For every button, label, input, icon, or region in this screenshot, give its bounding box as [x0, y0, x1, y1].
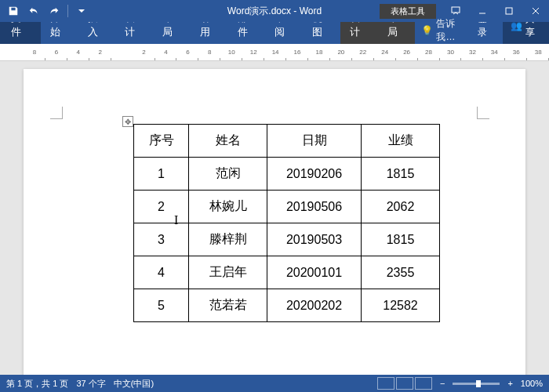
table-row: 序号 姓名 日期 业绩 [134, 125, 440, 158]
maximize-button[interactable] [496, 0, 522, 22]
quick-access-toolbar [0, 2, 95, 20]
status-language[interactable]: 中文(中国) [114, 378, 154, 390]
close-button[interactable] [522, 0, 549, 22]
undo-button[interactable] [25, 2, 42, 20]
svg-rect-0 [452, 7, 460, 13]
svg-rect-2 [506, 8, 512, 14]
table-move-handle[interactable]: ✥ [122, 116, 133, 127]
view-read-mode[interactable] [377, 377, 394, 390]
lightbulb-icon: 💡 [421, 25, 433, 36]
view-buttons [377, 377, 432, 390]
document-table[interactable]: 序号 姓名 日期 业绩 1范闲201902061815 2林婉儿20190506… [133, 124, 440, 322]
view-web-layout[interactable] [415, 377, 432, 390]
margin-corner-tr [477, 107, 489, 119]
status-word-count[interactable]: 37 个字 [76, 378, 105, 390]
share-icon: 👥 [511, 20, 522, 31]
table-header-cell[interactable]: 业绩 [362, 125, 440, 158]
view-print-layout[interactable] [396, 377, 413, 390]
table-row: 1范闲201902061815 [134, 158, 440, 191]
table-header-cell[interactable]: 序号 [134, 125, 189, 158]
document-title: Word演示.docx - Word [227, 5, 322, 18]
zoom-level[interactable]: 100% [521, 379, 543, 388]
redo-button[interactable] [45, 2, 63, 20]
contextual-tab-label: 表格工具 [380, 4, 436, 19]
tell-me-search[interactable]: 💡告诉我… [421, 17, 469, 44]
table-row: 4王启年202001012355 [134, 256, 440, 289]
table-header-cell[interactable]: 日期 [267, 125, 362, 158]
table-header-cell[interactable]: 姓名 [189, 125, 267, 158]
zoom-out-button[interactable]: − [440, 379, 445, 388]
document-area[interactable]: ✥ 序号 姓名 日期 业绩 1范闲201902061815 2林婉儿201905… [0, 61, 549, 375]
page[interactable]: ✥ 序号 姓名 日期 业绩 1范闲201902061815 2林婉儿201905… [24, 69, 525, 375]
status-page[interactable]: 第 1 页，共 1 页 [6, 378, 68, 390]
horizontal-ruler[interactable]: 86422468101214161820222426283032343638 [0, 44, 549, 61]
table-row: 3滕梓荆201905031815 [134, 223, 440, 256]
status-bar: 第 1 页，共 1 页 37 个字 中文(中国) − + 100% [0, 375, 549, 392]
table-row: 2林婉儿201905062062 [134, 191, 440, 223]
save-button[interactable] [5, 2, 22, 20]
margin-corner-tl [50, 107, 63, 119]
qat-customize-button[interactable] [73, 2, 90, 20]
zoom-slider[interactable] [453, 383, 500, 385]
text-cursor-icon: I [174, 213, 178, 227]
table-row: 5范若若2020020212582 [134, 289, 440, 322]
ribbon-tabs: 文件 开始 插入 设计 布局 引用 邮件 审阅 视图 设计 布局 💡告诉我… 登… [0, 22, 549, 44]
minimize-button[interactable] [469, 0, 496, 22]
zoom-in-button[interactable]: + [507, 379, 512, 388]
